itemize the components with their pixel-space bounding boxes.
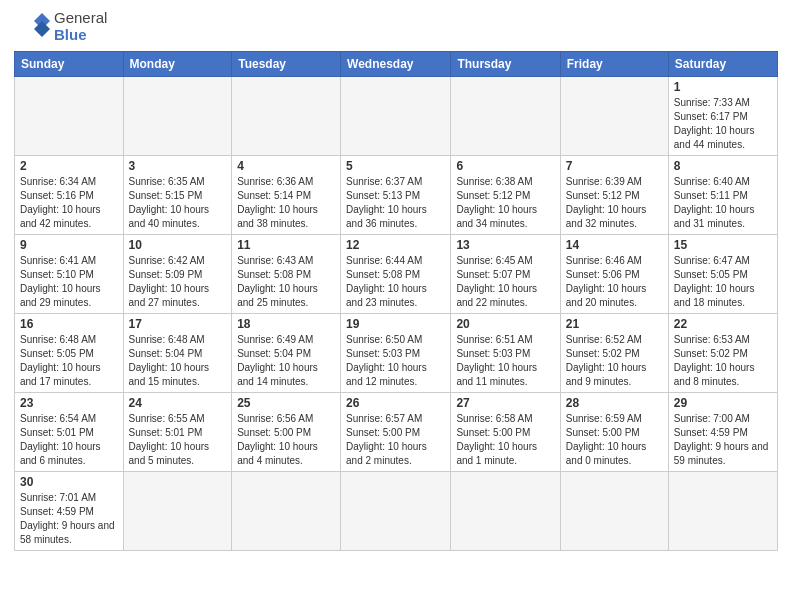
calendar-cell — [341, 77, 451, 156]
calendar-cell: 22Sunrise: 6:53 AM Sunset: 5:02 PM Dayli… — [668, 314, 777, 393]
day-number: 17 — [129, 317, 227, 331]
day-info: Sunrise: 6:54 AM Sunset: 5:01 PM Dayligh… — [20, 412, 118, 468]
day-info: Sunrise: 6:57 AM Sunset: 5:00 PM Dayligh… — [346, 412, 445, 468]
day-number: 5 — [346, 159, 445, 173]
calendar-cell: 10Sunrise: 6:42 AM Sunset: 5:09 PM Dayli… — [123, 235, 232, 314]
day-info: Sunrise: 6:34 AM Sunset: 5:16 PM Dayligh… — [20, 175, 118, 231]
day-number: 27 — [456, 396, 554, 410]
day-info: Sunrise: 6:41 AM Sunset: 5:10 PM Dayligh… — [20, 254, 118, 310]
day-info: Sunrise: 6:38 AM Sunset: 5:12 PM Dayligh… — [456, 175, 554, 231]
calendar-week-row: 23Sunrise: 6:54 AM Sunset: 5:01 PM Dayli… — [15, 393, 778, 472]
day-info: Sunrise: 6:36 AM Sunset: 5:14 PM Dayligh… — [237, 175, 335, 231]
logo-general: General — [54, 10, 107, 27]
day-number: 11 — [237, 238, 335, 252]
day-number: 18 — [237, 317, 335, 331]
calendar-week-row: 2Sunrise: 6:34 AM Sunset: 5:16 PM Daylig… — [15, 156, 778, 235]
calendar-cell: 18Sunrise: 6:49 AM Sunset: 5:04 PM Dayli… — [232, 314, 341, 393]
calendar-table: SundayMondayTuesdayWednesdayThursdayFrid… — [14, 51, 778, 551]
calendar-cell: 12Sunrise: 6:44 AM Sunset: 5:08 PM Dayli… — [341, 235, 451, 314]
calendar-cell — [341, 472, 451, 551]
day-number: 21 — [566, 317, 663, 331]
calendar-cell: 27Sunrise: 6:58 AM Sunset: 5:00 PM Dayli… — [451, 393, 560, 472]
day-number: 10 — [129, 238, 227, 252]
weekday-header-saturday: Saturday — [668, 52, 777, 77]
calendar-week-row: 30Sunrise: 7:01 AM Sunset: 4:59 PM Dayli… — [15, 472, 778, 551]
calendar-cell — [123, 472, 232, 551]
day-info: Sunrise: 6:43 AM Sunset: 5:08 PM Dayligh… — [237, 254, 335, 310]
day-info: Sunrise: 6:48 AM Sunset: 5:04 PM Dayligh… — [129, 333, 227, 389]
day-number: 29 — [674, 396, 772, 410]
day-number: 16 — [20, 317, 118, 331]
day-info: Sunrise: 6:55 AM Sunset: 5:01 PM Dayligh… — [129, 412, 227, 468]
calendar-header-row: SundayMondayTuesdayWednesdayThursdayFrid… — [15, 52, 778, 77]
day-number: 30 — [20, 475, 118, 489]
day-info: Sunrise: 6:46 AM Sunset: 5:06 PM Dayligh… — [566, 254, 663, 310]
day-info: Sunrise: 6:50 AM Sunset: 5:03 PM Dayligh… — [346, 333, 445, 389]
day-info: Sunrise: 6:59 AM Sunset: 5:00 PM Dayligh… — [566, 412, 663, 468]
day-number: 23 — [20, 396, 118, 410]
calendar-cell: 16Sunrise: 6:48 AM Sunset: 5:05 PM Dayli… — [15, 314, 124, 393]
calendar-cell: 2Sunrise: 6:34 AM Sunset: 5:16 PM Daylig… — [15, 156, 124, 235]
calendar-week-row: 1Sunrise: 7:33 AM Sunset: 6:17 PM Daylig… — [15, 77, 778, 156]
calendar-cell — [560, 77, 668, 156]
calendar-cell: 17Sunrise: 6:48 AM Sunset: 5:04 PM Dayli… — [123, 314, 232, 393]
calendar-cell: 23Sunrise: 6:54 AM Sunset: 5:01 PM Dayli… — [15, 393, 124, 472]
day-info: Sunrise: 6:53 AM Sunset: 5:02 PM Dayligh… — [674, 333, 772, 389]
day-number: 24 — [129, 396, 227, 410]
day-number: 26 — [346, 396, 445, 410]
day-info: Sunrise: 6:48 AM Sunset: 5:05 PM Dayligh… — [20, 333, 118, 389]
header: General Blue — [14, 10, 778, 43]
day-number: 22 — [674, 317, 772, 331]
logo: General Blue — [14, 10, 107, 43]
day-number: 6 — [456, 159, 554, 173]
calendar-cell: 5Sunrise: 6:37 AM Sunset: 5:13 PM Daylig… — [341, 156, 451, 235]
calendar-cell: 15Sunrise: 6:47 AM Sunset: 5:05 PM Dayli… — [668, 235, 777, 314]
day-info: Sunrise: 7:00 AM Sunset: 4:59 PM Dayligh… — [674, 412, 772, 468]
calendar-cell — [15, 77, 124, 156]
day-number: 28 — [566, 396, 663, 410]
day-info: Sunrise: 6:39 AM Sunset: 5:12 PM Dayligh… — [566, 175, 663, 231]
logo-text: General Blue — [54, 10, 107, 43]
calendar-cell: 9Sunrise: 6:41 AM Sunset: 5:10 PM Daylig… — [15, 235, 124, 314]
calendar-cell: 19Sunrise: 6:50 AM Sunset: 5:03 PM Dayli… — [341, 314, 451, 393]
day-info: Sunrise: 6:44 AM Sunset: 5:08 PM Dayligh… — [346, 254, 445, 310]
day-info: Sunrise: 6:52 AM Sunset: 5:02 PM Dayligh… — [566, 333, 663, 389]
calendar-cell: 29Sunrise: 7:00 AM Sunset: 4:59 PM Dayli… — [668, 393, 777, 472]
weekday-header-sunday: Sunday — [15, 52, 124, 77]
calendar-cell: 7Sunrise: 6:39 AM Sunset: 5:12 PM Daylig… — [560, 156, 668, 235]
day-info: Sunrise: 6:47 AM Sunset: 5:05 PM Dayligh… — [674, 254, 772, 310]
calendar-cell: 30Sunrise: 7:01 AM Sunset: 4:59 PM Dayli… — [15, 472, 124, 551]
calendar-cell: 8Sunrise: 6:40 AM Sunset: 5:11 PM Daylig… — [668, 156, 777, 235]
calendar-week-row: 9Sunrise: 6:41 AM Sunset: 5:10 PM Daylig… — [15, 235, 778, 314]
calendar-week-row: 16Sunrise: 6:48 AM Sunset: 5:05 PM Dayli… — [15, 314, 778, 393]
calendar-cell — [123, 77, 232, 156]
day-number: 14 — [566, 238, 663, 252]
calendar-cell — [232, 77, 341, 156]
calendar-cell — [232, 472, 341, 551]
day-number: 2 — [20, 159, 118, 173]
day-info: Sunrise: 7:33 AM Sunset: 6:17 PM Dayligh… — [674, 96, 772, 152]
calendar-cell: 1Sunrise: 7:33 AM Sunset: 6:17 PM Daylig… — [668, 77, 777, 156]
day-number: 13 — [456, 238, 554, 252]
calendar-cell: 6Sunrise: 6:38 AM Sunset: 5:12 PM Daylig… — [451, 156, 560, 235]
calendar-cell: 26Sunrise: 6:57 AM Sunset: 5:00 PM Dayli… — [341, 393, 451, 472]
calendar-cell: 24Sunrise: 6:55 AM Sunset: 5:01 PM Dayli… — [123, 393, 232, 472]
day-number: 20 — [456, 317, 554, 331]
day-number: 7 — [566, 159, 663, 173]
calendar-cell: 28Sunrise: 6:59 AM Sunset: 5:00 PM Dayli… — [560, 393, 668, 472]
weekday-header-monday: Monday — [123, 52, 232, 77]
day-number: 12 — [346, 238, 445, 252]
day-info: Sunrise: 6:35 AM Sunset: 5:15 PM Dayligh… — [129, 175, 227, 231]
day-info: Sunrise: 7:01 AM Sunset: 4:59 PM Dayligh… — [20, 491, 118, 547]
page: General Blue SundayMondayTuesdayWednesda… — [0, 0, 792, 612]
logo-blue: Blue — [54, 27, 107, 44]
calendar-cell — [560, 472, 668, 551]
logo-icon — [14, 12, 50, 42]
day-number: 3 — [129, 159, 227, 173]
day-info: Sunrise: 6:56 AM Sunset: 5:00 PM Dayligh… — [237, 412, 335, 468]
day-number: 1 — [674, 80, 772, 94]
calendar-cell: 4Sunrise: 6:36 AM Sunset: 5:14 PM Daylig… — [232, 156, 341, 235]
day-number: 15 — [674, 238, 772, 252]
calendar-cell: 11Sunrise: 6:43 AM Sunset: 5:08 PM Dayli… — [232, 235, 341, 314]
day-info: Sunrise: 6:37 AM Sunset: 5:13 PM Dayligh… — [346, 175, 445, 231]
